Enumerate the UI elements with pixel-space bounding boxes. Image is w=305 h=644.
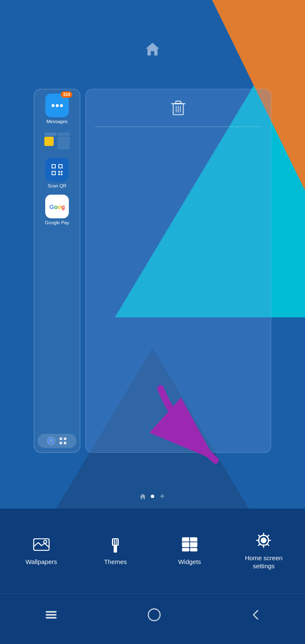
svg-rect-32 <box>182 548 189 551</box>
gpay-icon: Google <box>45 195 69 218</box>
home-button[interactable] <box>147 608 161 622</box>
trash-svg <box>169 98 188 116</box>
back-icon <box>251 608 260 622</box>
gpay-svg: Google <box>49 201 65 212</box>
page-indicators: + <box>0 493 305 500</box>
home-dot-svg <box>139 493 147 500</box>
svg-rect-30 <box>113 545 118 546</box>
qr-svg <box>50 162 64 177</box>
home-dot-indicator <box>139 493 147 500</box>
wallpapers-icon <box>33 536 50 553</box>
trash-icon <box>169 98 188 120</box>
svg-rect-7 <box>61 171 63 173</box>
scanqr-app[interactable]: Scan QR <box>38 158 76 188</box>
folder-widget <box>44 132 70 149</box>
messages-app[interactable]: 334 Messages <box>38 94 76 124</box>
wallpapers-label: Wallpapers <box>26 558 57 566</box>
svg-rect-25 <box>114 545 117 553</box>
themes-svg <box>107 535 124 553</box>
folder-cell-1 <box>44 132 57 136</box>
card-divider <box>95 127 261 127</box>
svg-rect-41 <box>46 617 57 619</box>
gpay-label: Google Pay <box>45 220 69 225</box>
messages-badge: 334 <box>61 91 72 98</box>
svg-rect-40 <box>46 614 57 616</box>
arrow-annotation <box>148 380 241 475</box>
navigation-bar <box>0 593 305 644</box>
svg-rect-13 <box>64 438 66 440</box>
svg-rect-42 <box>148 609 160 621</box>
svg-rect-3 <box>59 165 62 168</box>
widgets-svg <box>181 536 198 553</box>
svg-point-24 <box>44 540 46 543</box>
themes-icon <box>107 536 124 553</box>
svg-rect-9 <box>61 173 63 175</box>
apps-grid-icon <box>58 436 68 446</box>
top-area <box>0 0 305 85</box>
recents-icon <box>45 609 57 620</box>
svg-rect-1 <box>52 165 55 168</box>
bottom-menu: Wallpapers Themes <box>0 509 305 593</box>
add-page-dot[interactable]: + <box>158 493 166 500</box>
google-color-icon <box>46 436 56 446</box>
arrow-svg <box>148 380 241 473</box>
card-dock <box>38 434 76 448</box>
settings-icon <box>255 532 272 549</box>
home-nav-icon <box>147 608 161 622</box>
scanqr-label: Scan QR <box>48 183 67 188</box>
message-dots <box>52 104 63 107</box>
messages-icon: 334 <box>45 94 69 117</box>
themes-menu-item[interactable]: Themes <box>79 536 153 566</box>
recents-button[interactable] <box>45 609 57 620</box>
homescreen-settings-label: Home screensettings <box>245 554 283 570</box>
active-page-dot <box>151 495 154 498</box>
back-button[interactable] <box>251 608 260 622</box>
svg-rect-14 <box>60 442 62 444</box>
themes-label: Themes <box>104 558 127 566</box>
folder-cell-4 <box>57 137 70 149</box>
folder-cell-2 <box>57 132 70 136</box>
widgets-label: Widgets <box>178 558 201 566</box>
svg-rect-12 <box>60 438 62 440</box>
svg-rect-39 <box>46 611 57 613</box>
svg-rect-33 <box>190 548 197 551</box>
svg-rect-15 <box>64 442 66 444</box>
settings-svg <box>255 531 272 550</box>
wallpapers-menu-item[interactable]: Wallpapers <box>4 536 79 566</box>
left-card: 334 Messages <box>34 89 80 453</box>
home-top-icon <box>143 39 162 58</box>
svg-rect-5 <box>52 172 55 174</box>
svg-text:Google: Google <box>49 204 65 210</box>
svg-rect-18 <box>176 101 181 104</box>
svg-rect-6 <box>58 171 60 173</box>
widgets-icon <box>181 536 198 553</box>
wallpapers-svg <box>33 536 50 553</box>
gpay-app[interactable]: Google Google Pay <box>38 195 76 225</box>
svg-rect-8 <box>58 173 60 175</box>
folder-cell-3 <box>44 137 54 146</box>
homescreen-settings-menu-item[interactable]: Home screensettings <box>227 532 301 570</box>
messages-label: Messages <box>46 119 68 124</box>
svg-point-38 <box>261 537 267 543</box>
scanqr-icon <box>45 158 69 182</box>
widgets-menu-item[interactable]: Widgets <box>152 536 227 566</box>
